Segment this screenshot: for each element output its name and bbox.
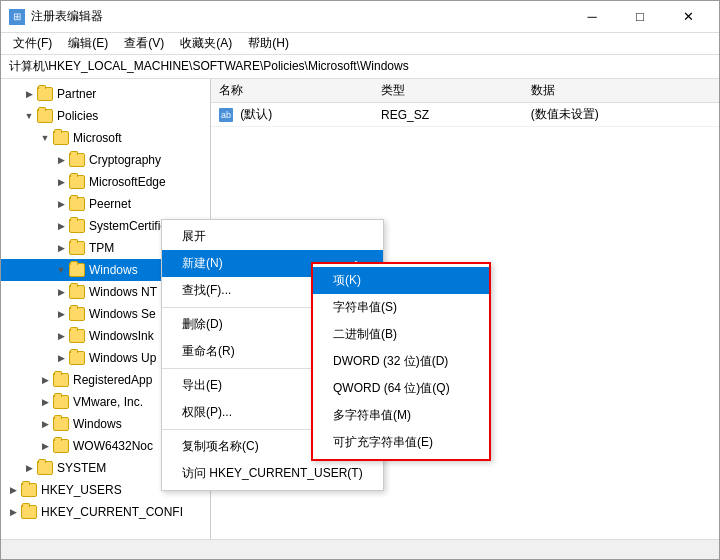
toggle-icon: ▶ <box>53 218 69 234</box>
toggle-icon: ▶ <box>5 482 21 498</box>
folder-icon <box>53 439 69 453</box>
folder-icon <box>69 307 85 321</box>
submenu-item-qword[interactable]: QWORD (64 位)值(Q) <box>313 375 489 402</box>
toggle-icon: ▶ <box>53 174 69 190</box>
tree-label: Windows <box>73 417 122 431</box>
ctx-permissions-label: 权限(P)... <box>182 404 232 421</box>
toggle-icon: ▶ <box>37 416 53 432</box>
toggle-icon: ▼ <box>37 130 53 146</box>
reg-type-icon: ab <box>219 108 233 122</box>
menu-favorites[interactable]: 收藏夹(A) <box>172 33 240 54</box>
submenu-item-dword[interactable]: DWORD (32 位)值(D) <box>313 348 489 375</box>
folder-icon <box>69 285 85 299</box>
toggle-icon: ▶ <box>37 372 53 388</box>
tree-label: VMware, Inc. <box>73 395 143 409</box>
folder-icon <box>37 87 53 101</box>
ctx-access-hkcu[interactable]: 访问 HKEY_CURRENT_USER(T) <box>162 460 383 487</box>
tree-item-peernet[interactable]: ▶ Peernet <box>1 193 210 215</box>
menu-help[interactable]: 帮助(H) <box>240 33 297 54</box>
toggle-icon: ▶ <box>37 438 53 454</box>
reg-name: ab (默认) <box>211 103 373 127</box>
folder-icon <box>53 417 69 431</box>
main-content: ▶ Partner ▼ Policies ▼ Microsoft ▶ Crypt… <box>1 79 719 539</box>
path-text: 计算机\HKEY_LOCAL_MACHINE\SOFTWARE\Policies… <box>9 58 409 75</box>
tree-label: Partner <box>57 87 96 101</box>
menu-edit[interactable]: 编辑(E) <box>60 33 116 54</box>
toggle-icon: ▶ <box>21 86 37 102</box>
path-bar: 计算机\HKEY_LOCAL_MACHINE\SOFTWARE\Policies… <box>1 55 719 79</box>
submenu-item-expandstring-label: 可扩充字符串值(E) <box>333 435 433 449</box>
tree-label: TPM <box>89 241 114 255</box>
tree-item-policies[interactable]: ▼ Policies <box>1 105 210 127</box>
folder-icon <box>69 197 85 211</box>
tree-label: Windows <box>89 263 138 277</box>
col-name: 名称 <box>211 79 373 103</box>
tree-label: Microsoft <box>73 131 122 145</box>
tree-label: MicrosoftEdge <box>89 175 166 189</box>
col-data: 数据 <box>523 79 719 103</box>
ctx-find-label: 查找(F)... <box>182 282 231 299</box>
ctx-delete-label: 删除(D) <box>182 316 223 333</box>
registry-table: 名称 类型 数据 ab (默认) REG_SZ (数值未设置) <box>211 79 719 127</box>
title-bar: ⊞ 注册表编辑器 ─ □ ✕ <box>1 1 719 33</box>
ctx-copy-name-label: 复制项名称(C) <box>182 438 259 455</box>
folder-icon <box>21 483 37 497</box>
submenu-item-string[interactable]: 字符串值(S) <box>313 294 489 321</box>
tree-label: HKEY_CURRENT_CONFI <box>41 505 183 519</box>
submenu-item-qword-label: QWORD (64 位)值(Q) <box>333 381 450 395</box>
status-bar <box>1 539 719 559</box>
tree-item-hkey-current-config[interactable]: ▶ HKEY_CURRENT_CONFI <box>1 501 210 523</box>
toggle-icon: ▼ <box>53 262 69 278</box>
toggle-icon: ▶ <box>53 152 69 168</box>
ctx-access-hkcu-label: 访问 HKEY_CURRENT_USER(T) <box>182 465 363 482</box>
menu-bar: 文件(F) 编辑(E) 查看(V) 收藏夹(A) 帮助(H) <box>1 33 719 55</box>
toggle-icon: ▶ <box>53 350 69 366</box>
toggle-icon: ▶ <box>5 504 21 520</box>
close-button[interactable]: ✕ <box>665 2 711 32</box>
submenu-item-key[interactable]: 项(K) <box>313 267 489 294</box>
menu-file[interactable]: 文件(F) <box>5 33 60 54</box>
tree-label: Peernet <box>89 197 131 211</box>
col-type: 类型 <box>373 79 523 103</box>
ctx-rename-label: 重命名(R) <box>182 343 235 360</box>
menu-view[interactable]: 查看(V) <box>116 33 172 54</box>
tree-label: RegisteredApp <box>73 373 152 387</box>
tree-label: WOW6432Noc <box>73 439 153 453</box>
ctx-expand[interactable]: 展开 <box>162 223 383 250</box>
table-row[interactable]: ab (默认) REG_SZ (数值未设置) <box>211 103 719 127</box>
tree-label: Windows Up <box>89 351 156 365</box>
folder-icon <box>53 395 69 409</box>
tree-item-microsoftedge[interactable]: ▶ MicrosoftEdge <box>1 171 210 193</box>
maximize-button[interactable]: □ <box>617 2 663 32</box>
minimize-button[interactable]: ─ <box>569 2 615 32</box>
tree-label: WindowsInk <box>89 329 154 343</box>
folder-icon <box>69 263 85 277</box>
submenu-item-binary[interactable]: 二进制值(B) <box>313 321 489 348</box>
ctx-export-label: 导出(E) <box>182 377 222 394</box>
submenu-item-expandstring[interactable]: 可扩充字符串值(E) <box>313 429 489 456</box>
app-icon: ⊞ <box>9 9 25 25</box>
folder-icon <box>37 461 53 475</box>
toggle-icon: ▶ <box>53 240 69 256</box>
tree-label: Windows NT <box>89 285 157 299</box>
submenu-item-multistring[interactable]: 多字符串值(M) <box>313 402 489 429</box>
tree-item-microsoft[interactable]: ▼ Microsoft <box>1 127 210 149</box>
submenu: 项(K) 字符串值(S) 二进制值(B) DWORD (32 位)值(D) QW… <box>311 262 491 461</box>
folder-icon <box>69 351 85 365</box>
submenu-item-multistring-label: 多字符串值(M) <box>333 408 411 422</box>
folder-icon <box>69 241 85 255</box>
registry-editor-window: ⊞ 注册表编辑器 ─ □ ✕ 文件(F) 编辑(E) 查看(V) 收藏夹(A) … <box>0 0 720 560</box>
folder-icon <box>37 109 53 123</box>
tree-label: Cryptography <box>89 153 161 167</box>
toggle-icon: ▶ <box>53 196 69 212</box>
tree-item-partner[interactable]: ▶ Partner <box>1 83 210 105</box>
window-controls: ─ □ ✕ <box>569 2 711 32</box>
reg-type: REG_SZ <box>373 103 523 127</box>
toggle-icon: ▶ <box>53 306 69 322</box>
ctx-expand-label: 展开 <box>182 228 206 245</box>
tree-label: Policies <box>57 109 98 123</box>
submenu-item-binary-label: 二进制值(B) <box>333 327 397 341</box>
tree-label: HKEY_USERS <box>41 483 122 497</box>
tree-item-cryptography[interactable]: ▶ Cryptography <box>1 149 210 171</box>
toggle-icon: ▶ <box>21 460 37 476</box>
